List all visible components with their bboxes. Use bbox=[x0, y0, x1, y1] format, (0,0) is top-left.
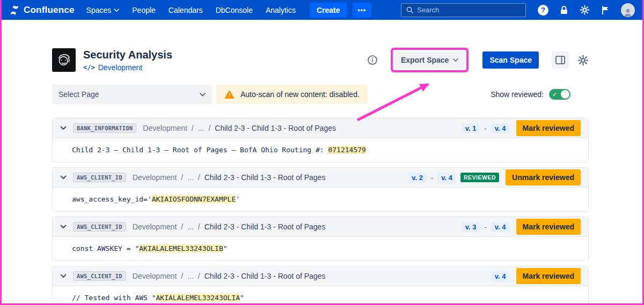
flag-icon[interactable] bbox=[601, 5, 610, 15]
nav-item-spaces[interactable]: Spaces bbox=[86, 6, 120, 14]
finding-code: const AWSKEY = "AKIALALEMEL33243OLIB" bbox=[72, 244, 228, 252]
show-reviewed-group: Show reviewed: ✓ bbox=[491, 89, 570, 100]
finding-versions: v. 2-v. 4 bbox=[408, 173, 456, 183]
create-button[interactable]: Create bbox=[310, 3, 347, 18]
finding-breadcrumb: Development/.../Child 2-3 - Child 1-3 - … bbox=[133, 272, 326, 280]
review-action-button[interactable]: Unmark reviewed bbox=[506, 169, 581, 185]
version-separator: - bbox=[484, 124, 486, 132]
review-action-button[interactable]: Mark reviewed bbox=[516, 219, 581, 235]
code-text: // Tested with AWS " bbox=[72, 294, 156, 302]
warning-text: Auto-scan of new content: disabled. bbox=[240, 90, 360, 99]
nav-menu: Spaces People Calendars DbConsole Analyt… bbox=[86, 6, 296, 14]
info-icon[interactable] bbox=[367, 55, 378, 65]
secret-highlight: AKIALALEMEL33243OLIA bbox=[156, 294, 240, 302]
code-text: const AWSKEY = " bbox=[72, 244, 139, 252]
review-action-button[interactable]: Mark reviewed bbox=[516, 268, 581, 284]
check-icon: ✓ bbox=[552, 90, 557, 99]
finding-code: Child 2-3 – Child 1-3 – Root of Pages – … bbox=[72, 146, 366, 154]
nav-item-dbconsole[interactable]: DbConsole bbox=[216, 6, 253, 14]
breadcrumb-item[interactable]: Development bbox=[143, 124, 187, 132]
code-text: Child 2-3 – Child 1-3 – Root of Pages – … bbox=[72, 146, 328, 154]
version-separator: - bbox=[431, 174, 433, 182]
nav-more-button[interactable]: ••• bbox=[353, 3, 372, 18]
select-page-dropdown[interactable]: Select Page bbox=[52, 85, 212, 104]
version-link[interactable]: v. 4 bbox=[491, 271, 510, 281]
chevron-down-icon[interactable] bbox=[60, 274, 67, 278]
nav-icon-group: ? bbox=[538, 3, 635, 17]
warning-banner: Auto-scan of new content: disabled. bbox=[216, 85, 368, 104]
finding-card: AWS_CLIENT_ID Development/.../Child 2-3 … bbox=[52, 167, 589, 212]
breadcrumb-item: ... bbox=[187, 222, 194, 231]
annotation-highlight-box: Export Space bbox=[391, 48, 469, 72]
breadcrumb-item[interactable]: Child 2-3 - Child 1-3 - Root of Pages bbox=[204, 222, 326, 231]
findings-list: BANK_INFORMATION Development/.../Child 2… bbox=[52, 118, 589, 305]
search-input[interactable] bbox=[417, 6, 521, 14]
finding-body: // Tested with AWS "AKIALALEMEL33243OLIA… bbox=[53, 286, 588, 305]
lock-icon[interactable] bbox=[560, 5, 568, 15]
page: Confluence Spaces People Calendars DbCon… bbox=[0, 0, 644, 305]
finding-versions: v. 4 bbox=[491, 271, 510, 281]
space-link[interactable]: Development bbox=[98, 63, 143, 72]
code-text: " bbox=[240, 294, 244, 302]
breadcrumb-item[interactable]: Child 2-3 - Child 1-3 - Root of Pages bbox=[204, 272, 326, 280]
settings-gear-icon[interactable] bbox=[577, 55, 589, 66]
finding-header: AWS_CLIENT_ID Development/.../Child 2-3 … bbox=[53, 168, 588, 188]
chevron-down-icon[interactable] bbox=[60, 126, 67, 130]
finding-breadcrumb: Development/.../Child 2-3 - Child 1-3 - … bbox=[133, 173, 326, 182]
finding-body: const AWSKEY = "AKIALALEMEL33243OLIB" bbox=[53, 237, 588, 261]
version-link[interactable]: v. 4 bbox=[491, 123, 510, 133]
finding-card: BANK_INFORMATION Development/.../Child 2… bbox=[52, 118, 589, 162]
breadcrumb-item[interactable]: Development bbox=[133, 173, 177, 182]
confluence-home-link[interactable]: Confluence bbox=[9, 5, 75, 16]
breadcrumb-item[interactable]: Development bbox=[133, 222, 177, 231]
breadcrumb-item: ... bbox=[187, 173, 194, 182]
version-link[interactable]: v. 1 bbox=[462, 123, 480, 133]
search-box[interactable] bbox=[401, 3, 526, 17]
nav-item-label: Spaces bbox=[86, 6, 112, 14]
review-action-button[interactable]: Mark reviewed bbox=[516, 120, 581, 136]
finding-type-badge: AWS_CLIENT_ID bbox=[73, 173, 126, 182]
finding-versions: v. 1-v. 4 bbox=[462, 123, 510, 133]
finding-header-right: v. 4 Mark reviewed bbox=[491, 268, 581, 284]
space-avatar[interactable] bbox=[52, 48, 76, 72]
select-page-label: Select Page bbox=[58, 90, 99, 99]
nav-item-people[interactable]: People bbox=[132, 6, 156, 14]
show-reviewed-toggle[interactable]: ✓ bbox=[549, 89, 570, 100]
finding-header: AWS_CLIENT_ID Development/.../Child 2-3 … bbox=[53, 266, 588, 286]
version-link[interactable]: v. 3 bbox=[462, 222, 480, 232]
main-content: Security Analysis </> Development Export… bbox=[52, 48, 589, 305]
panel-layout-icon bbox=[555, 56, 565, 64]
nav-item-analytics[interactable]: Analytics bbox=[266, 6, 296, 14]
breadcrumb-separator: / bbox=[198, 173, 200, 182]
chevron-down-icon[interactable] bbox=[60, 175, 67, 180]
reviewed-badge: REVIEWED bbox=[460, 173, 499, 182]
toggle-knob bbox=[561, 90, 569, 99]
brand-name: Confluence bbox=[24, 5, 75, 16]
user-avatar[interactable] bbox=[621, 3, 635, 17]
gear-icon[interactable] bbox=[580, 5, 590, 15]
version-link[interactable]: v. 2 bbox=[408, 173, 427, 183]
scan-space-button[interactable]: Scan Space bbox=[482, 51, 539, 69]
breadcrumb-item[interactable]: Child 2-3 - Child 1-3 - Root of Pages bbox=[215, 124, 336, 132]
export-space-label: Export Space bbox=[401, 56, 449, 64]
finding-type-badge: AWS_CLIENT_ID bbox=[73, 222, 126, 232]
finding-body: aws_access_key_id='AKIAIOSFODNN7EXAMPLE' bbox=[53, 188, 588, 211]
nav-item-calendars[interactable]: Calendars bbox=[169, 6, 203, 14]
filter-row: Select Page Auto-scan of new content: di… bbox=[52, 85, 589, 104]
code-text: " bbox=[223, 244, 228, 252]
finding-versions: v. 3-v. 4 bbox=[462, 222, 510, 232]
sidebar-toggle-button[interactable] bbox=[552, 51, 569, 69]
version-link[interactable]: v. 4 bbox=[491, 222, 510, 232]
space-line: </> Development bbox=[83, 63, 172, 72]
version-link[interactable]: v. 4 bbox=[437, 173, 456, 183]
help-icon[interactable]: ? bbox=[538, 5, 548, 16]
chevron-down-icon[interactable] bbox=[60, 225, 67, 229]
export-space-button[interactable]: Export Space bbox=[394, 51, 465, 69]
breadcrumb-item[interactable]: Child 2-3 - Child 1-3 - Root of Pages bbox=[204, 173, 326, 182]
confluence-logo-icon bbox=[9, 5, 20, 16]
breadcrumb-item: ... bbox=[187, 272, 194, 280]
breadcrumb-item[interactable]: Development bbox=[133, 272, 177, 280]
finding-type-badge: AWS_CLIENT_ID bbox=[73, 271, 126, 281]
version-separator: - bbox=[484, 223, 486, 231]
page-title: Security Analysis bbox=[83, 48, 172, 61]
